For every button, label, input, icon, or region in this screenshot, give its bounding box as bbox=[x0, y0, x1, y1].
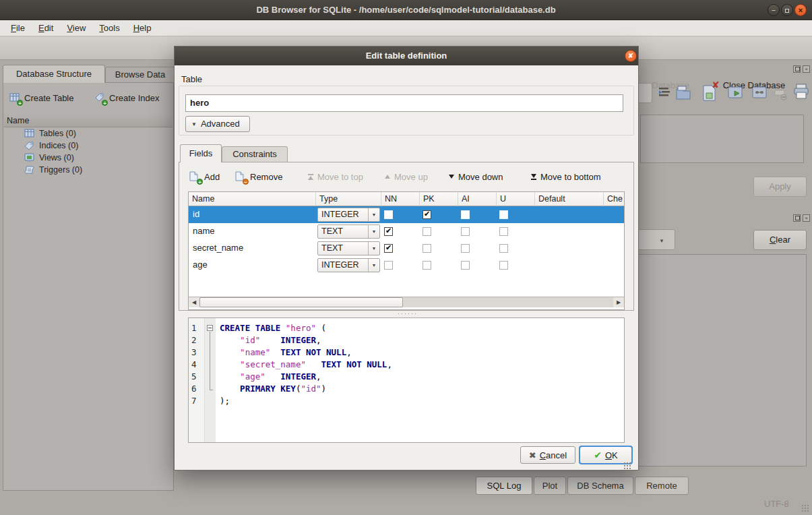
column-header-type[interactable]: Type bbox=[316, 192, 381, 206]
maximize-icon[interactable] bbox=[781, 4, 793, 16]
scroll-left-icon[interactable]: ◀ bbox=[189, 297, 199, 307]
u-checkbox[interactable] bbox=[499, 210, 508, 219]
column-header-name[interactable]: Name bbox=[189, 192, 316, 206]
cell-mode-combobox[interactable] bbox=[637, 83, 652, 103]
tree-item-views[interactable]: Views (0) bbox=[4, 152, 173, 164]
field-row-id[interactable]: idINTEGER▼ bbox=[189, 206, 625, 223]
cell-editor-textarea[interactable] bbox=[640, 115, 804, 163]
field-row-secret_name[interactable]: secret_nameTEXT▼ bbox=[189, 240, 625, 257]
menu-view[interactable]: View bbox=[60, 22, 92, 34]
fields-grid-hscrollbar[interactable]: ◀ ▶ bbox=[189, 297, 624, 307]
ai-checkbox[interactable] bbox=[461, 244, 470, 253]
ai-checkbox[interactable] bbox=[461, 261, 470, 270]
nn-checkbox[interactable] bbox=[384, 210, 393, 219]
column-header-default[interactable]: Default bbox=[535, 192, 604, 206]
splitter-handle[interactable] bbox=[397, 312, 417, 315]
minimize-icon[interactable]: − bbox=[768, 4, 780, 16]
tab-browse-data[interactable]: Browse Data bbox=[105, 67, 175, 83]
bottom-tab-plot[interactable]: Plot bbox=[534, 477, 566, 495]
tree-header-name[interactable]: Name bbox=[4, 115, 173, 127]
dialog-close-icon[interactable]: ✘ bbox=[625, 50, 637, 62]
tree-item-label: Triggers (0) bbox=[39, 164, 82, 176]
u-checkbox[interactable] bbox=[499, 244, 508, 253]
dock-float-icon[interactable] bbox=[793, 65, 801, 73]
sql-preview-editor[interactable]: 1234567 CREATE TABLE "hero" ( "id" INTEG… bbox=[188, 317, 625, 443]
column-header-ai[interactable]: AI bbox=[458, 192, 497, 206]
open-in-app-icon[interactable] bbox=[726, 84, 744, 102]
field-row-name[interactable]: nameTEXT▼ bbox=[189, 223, 625, 240]
pk-checkbox[interactable] bbox=[423, 244, 431, 253]
scroll-right-icon[interactable]: ▶ bbox=[613, 297, 624, 307]
pk-checkbox[interactable] bbox=[423, 227, 431, 236]
field-row-age[interactable]: ageINTEGER▼ bbox=[189, 257, 625, 274]
create-table-button[interactable]: + Create Table bbox=[9, 88, 73, 107]
print-icon[interactable] bbox=[792, 82, 810, 101]
tab-database-structure[interactable]: Database Structure bbox=[3, 65, 105, 83]
tree-item-triggers[interactable]: Triggers (0) bbox=[4, 164, 173, 176]
cell-format-icon[interactable] bbox=[657, 84, 675, 102]
create-index-button[interactable]: + Create Index bbox=[94, 88, 159, 107]
field-type-combobox[interactable]: INTEGER▼ bbox=[317, 208, 380, 222]
hscroll-thumb[interactable] bbox=[199, 297, 403, 307]
field-name-cell[interactable]: name bbox=[193, 226, 215, 236]
move-down-button[interactable]: Move down bbox=[449, 168, 503, 185]
field-type-combobox[interactable]: TEXT▼ bbox=[317, 224, 380, 239]
link-cell-icon[interactable] bbox=[751, 84, 768, 102]
nn-checkbox[interactable] bbox=[384, 227, 393, 236]
tree-item-indices[interactable]: Indices (0) bbox=[4, 140, 173, 152]
tab-fields[interactable]: Fields bbox=[180, 144, 222, 162]
field-type-combobox[interactable]: INTEGER▼ bbox=[317, 258, 380, 272]
pk-checkbox[interactable] bbox=[423, 261, 431, 270]
dialog-titlebar[interactable]: Edit table definition bbox=[175, 47, 638, 65]
ai-checkbox[interactable] bbox=[461, 227, 470, 236]
combo-arrow-icon[interactable]: ▼ bbox=[368, 225, 379, 238]
combo-arrow-icon[interactable]: ▼ bbox=[368, 208, 379, 221]
bottom-tab-db-schema[interactable]: DB Schema bbox=[567, 477, 633, 495]
menu-help[interactable]: Help bbox=[127, 22, 158, 34]
sql-log-area[interactable] bbox=[637, 254, 807, 466]
combo-arrow-icon[interactable]: ▼ bbox=[368, 242, 379, 255]
tree-item-tables[interactable]: Tables (0) bbox=[4, 127, 173, 140]
close-window-icon[interactable]: × bbox=[794, 4, 807, 16]
move-to-top-button: Move to top bbox=[308, 168, 363, 185]
window-titlebar[interactable]: DB Browser for SQLite - /home/user/code/… bbox=[0, 0, 812, 20]
bottom-tab-sql-log[interactable]: SQL Log bbox=[476, 477, 532, 495]
import-cell-icon[interactable] bbox=[675, 84, 693, 102]
bottom-tab-remote[interactable]: Remote bbox=[635, 477, 689, 495]
dock2-float-icon[interactable] bbox=[793, 214, 801, 222]
u-checkbox[interactable] bbox=[499, 261, 508, 270]
nn-checkbox[interactable] bbox=[384, 261, 393, 270]
cancel-button[interactable]: ✖ Cancel bbox=[520, 446, 575, 464]
fold-collapse-icon[interactable] bbox=[207, 325, 213, 331]
field-type-combobox[interactable]: TEXT▼ bbox=[317, 241, 380, 255]
add-field-button[interactable]: + Add bbox=[189, 168, 220, 185]
tab-constraints[interactable]: Constraints bbox=[222, 146, 288, 162]
clear-button[interactable]: Clear bbox=[753, 230, 807, 250]
menu-edit[interactable]: Edit bbox=[32, 22, 60, 34]
dialog-resize-grip[interactable] bbox=[623, 462, 631, 470]
window-resize-grip[interactable] bbox=[801, 504, 809, 512]
export-cell-icon[interactable] bbox=[701, 84, 718, 102]
advanced-button[interactable]: ▼Advanced bbox=[185, 116, 250, 132]
u-checkbox[interactable] bbox=[499, 227, 508, 236]
combo-arrow-icon[interactable]: ▼ bbox=[368, 259, 379, 272]
ai-checkbox[interactable] bbox=[461, 210, 470, 219]
field-name-cell[interactable]: secret_name bbox=[193, 243, 243, 253]
create-table-label: Create Table bbox=[24, 93, 73, 103]
line-number: 5 bbox=[191, 371, 197, 383]
dock-close-icon[interactable]: × bbox=[803, 65, 810, 73]
column-header-nn[interactable]: NN bbox=[381, 192, 420, 206]
nn-checkbox[interactable] bbox=[384, 244, 393, 253]
dock2-close-icon[interactable]: × bbox=[803, 214, 810, 222]
remove-field-button[interactable]: − Remove bbox=[235, 168, 282, 185]
pk-checkbox[interactable] bbox=[423, 210, 431, 219]
column-header-u[interactable]: U bbox=[497, 192, 535, 206]
column-header-che[interactable]: Che bbox=[604, 192, 625, 206]
menu-file[interactable]: File bbox=[4, 22, 32, 34]
field-name-cell[interactable]: id bbox=[193, 209, 199, 219]
table-name-input[interactable]: hero bbox=[185, 94, 623, 112]
column-header-pk[interactable]: PK bbox=[420, 192, 458, 206]
field-name-cell[interactable]: age bbox=[193, 260, 208, 270]
menu-tools[interactable]: Tools bbox=[92, 22, 126, 34]
move-to-bottom-button[interactable]: Move to bottom bbox=[531, 168, 601, 185]
